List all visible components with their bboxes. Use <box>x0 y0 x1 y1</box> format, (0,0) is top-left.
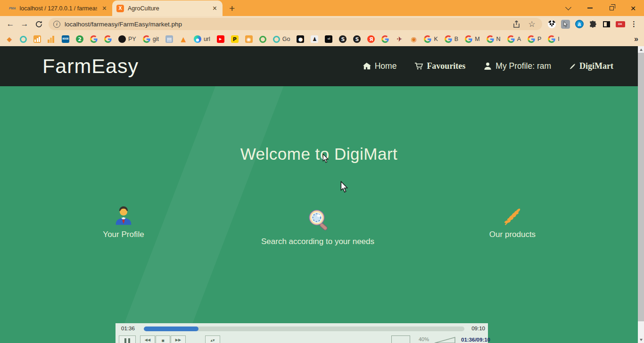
bookmark-google[interactable] <box>381 35 389 43</box>
display-options-button[interactable] <box>391 335 410 343</box>
back-button[interactable]: ← <box>4 17 17 31</box>
scroll-up-button[interactable] <box>638 46 644 53</box>
extension-amazon[interactable]: a <box>573 18 586 31</box>
eject-button[interactable]: ▴▾ <box>205 335 220 343</box>
bookmark-s2[interactable]: S <box>353 35 361 43</box>
bookmark-person[interactable]: ♟ <box>311 35 318 43</box>
extensions-menu-button[interactable] <box>586 18 599 31</box>
feature-search[interactable]: Search according to your needs <box>242 206 393 246</box>
bookmark-yandex[interactable]: Я <box>367 35 375 43</box>
bookmark-google-git[interactable]: git <box>143 35 159 43</box>
scrollbar-thumb[interactable] <box>638 53 644 321</box>
bookmark-star-button[interactable]: ☆ <box>526 19 537 29</box>
bookmark-powerbi[interactable] <box>33 35 41 43</box>
minimize-button[interactable] <box>579 0 601 16</box>
window-controls: × <box>557 0 644 16</box>
feature-our-products[interactable]: Our products <box>456 205 569 239</box>
bookmark-speedtest-label: url <box>204 36 210 42</box>
bookmark-ieee[interactable]: IEEE <box>62 35 69 43</box>
site-header: FarmEasy Home Favourites My Profile: ram… <box>0 46 638 86</box>
seek-bar[interactable] <box>144 327 464 331</box>
tab-close-icon[interactable]: × <box>101 5 108 12</box>
hero-section: Welcome to DigiMart Your Profile Search … <box>0 86 638 343</box>
bookmark-person-icon: ♟ <box>311 35 318 43</box>
close-window-button[interactable]: × <box>622 0 644 16</box>
tab-search-button[interactable] <box>557 0 579 16</box>
scroll-down-button[interactable] <box>638 336 644 343</box>
bookmark-google-p[interactable]: P <box>528 35 541 43</box>
extension-pointer[interactable] <box>559 18 572 31</box>
bookmarks-overflow-button[interactable]: » <box>634 35 638 43</box>
bookmark-diamond-icon: ◆ <box>6 35 13 43</box>
bookmark-google-n[interactable]: N <box>487 35 501 43</box>
skip-back-button[interactable]: ◀◀ <box>140 335 155 343</box>
tab-phpmyadmin[interactable]: PMA localhost / 127.0.0.1 / farmeasy / × <box>5 0 112 16</box>
bookmark-cl[interactable]: cl <box>325 35 332 43</box>
site-logo[interactable]: FarmEasy <box>42 55 139 78</box>
bookmark-github-label: PY <box>128 36 136 42</box>
bookmark-github[interactable]: PY <box>118 35 136 43</box>
nav-digimart[interactable]: DigiMart <box>569 61 613 71</box>
extension-panda[interactable] <box>545 18 558 31</box>
bookmark-google-m-label: M <box>475 36 479 42</box>
bookmark-camera[interactable]: ◉ <box>245 35 253 43</box>
share-button[interactable] <box>511 20 522 28</box>
address-bar[interactable]: i localhost/farmeasy/FarmEasy/market.php… <box>49 18 542 30</box>
bookmark-duck[interactable]: ● <box>297 35 304 43</box>
main-nav: Home Favourites My Profile: ram DigiMart <box>363 61 613 71</box>
bookmark-google[interactable] <box>90 35 98 43</box>
tab-agroculture[interactable]: X AgroCulture × <box>112 0 223 16</box>
bookmark-google-git-label: git <box>153 36 159 42</box>
bookmark-godaddy[interactable] <box>20 36 27 43</box>
page-scrollbar[interactable] <box>638 46 644 343</box>
bookmark-google-k[interactable]: K <box>424 35 438 43</box>
side-panel-button[interactable] <box>600 18 613 31</box>
tab-close-icon[interactable]: × <box>211 5 218 12</box>
nav-favourites[interactable]: Favourites <box>414 61 465 71</box>
bookmark-godaddy-go[interactable]: Go <box>273 36 290 43</box>
bookmark-p-yellow[interactable]: P <box>231 35 239 43</box>
nav-home[interactable]: Home <box>363 61 397 71</box>
forward-button[interactable]: → <box>18 17 31 31</box>
nav-my-profile[interactable]: My Profile: ram <box>483 61 551 71</box>
volume-wedge-icon[interactable] <box>434 336 456 343</box>
bookmark-google-m[interactable]: M <box>465 35 479 43</box>
bookmark-eye[interactable]: ◉ <box>410 35 417 43</box>
skip-forward-button[interactable]: ▶▶ <box>171 335 186 343</box>
bookmark-google-b[interactable]: B <box>445 35 458 43</box>
feature-your-profile[interactable]: Your Profile <box>67 205 180 239</box>
extension-ok-badge[interactable]: OK <box>614 18 627 31</box>
tab-strip: PMA localhost / 127.0.0.1 / farmeasy / ×… <box>0 0 644 16</box>
reload-button[interactable] <box>32 17 45 31</box>
reload-icon <box>35 20 43 28</box>
ok-badge-icon: OK <box>616 21 625 27</box>
bookmark-p-yellow-icon: P <box>231 35 239 43</box>
bookmark-s1[interactable]: S <box>339 35 347 43</box>
site-info-icon[interactable]: i <box>53 21 60 28</box>
bookmark-ring-green[interactable] <box>259 36 266 43</box>
browser-menu-button[interactable]: ⋮ <box>627 18 640 31</box>
bookmark-diamond[interactable]: ◆ <box>6 35 13 43</box>
bookmark-google-a[interactable]: A <box>507 35 521 43</box>
bookmark-analytics[interactable] <box>48 35 55 43</box>
browser-toolbar: ← → i localhost/farmeasy/FarmEasy/market… <box>0 16 644 32</box>
bookmark-cl-icon: cl <box>325 35 332 43</box>
bookmark-bird[interactable]: ✈ <box>396 35 403 43</box>
pause-button[interactable] <box>119 335 136 343</box>
url-text: localhost/farmeasy/FarmEasy/market.php <box>65 21 506 28</box>
tab-title: localhost / 127.0.0.1 / farmeasy / <box>19 5 97 12</box>
restore-button[interactable] <box>601 0 622 16</box>
bookmark-google-i[interactable]: I <box>548 35 559 43</box>
bookmark-badge-2[interactable]: 2 <box>76 35 83 43</box>
new-tab-button[interactable]: + <box>229 3 235 13</box>
arrow-down-icon <box>640 339 643 341</box>
bookmark-duck-icon: ● <box>297 35 304 43</box>
chevron-down-icon <box>565 4 571 10</box>
bookmark-youtube[interactable]: ▶ <box>217 35 224 43</box>
bookmark-google[interactable] <box>104 35 112 43</box>
bookmark-speedtest[interactable]: url <box>194 35 210 43</box>
bookmark-toolbox[interactable]: ▤ <box>165 35 173 43</box>
bookmark-pma[interactable]: ▲ <box>180 35 187 43</box>
stop-button[interactable]: ■ <box>156 335 170 343</box>
bookmark-powerbi-icon <box>33 35 41 43</box>
